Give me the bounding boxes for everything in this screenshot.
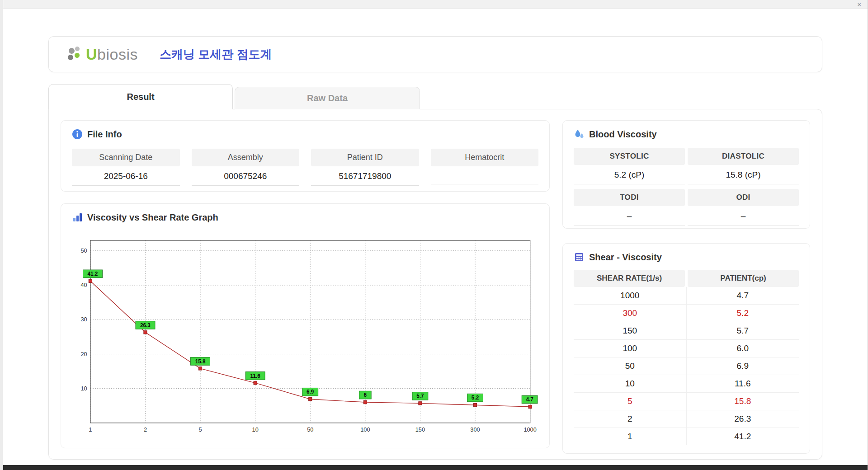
patient-value: 5.2 <box>687 305 799 322</box>
file-info-fields: Scanning Date 2025-06-16 Assembly 000675… <box>72 149 538 186</box>
shear-rate-column-header: SHEAR RATE(1/s) <box>574 270 685 287</box>
app-window: × Ubiosis 스캐닝 모세관 점도계 Result Raw Data <box>3 0 868 470</box>
shear-viscosity-row: 506.9 <box>574 357 799 375</box>
close-icon[interactable]: × <box>857 1 861 8</box>
field-value <box>431 166 539 184</box>
field-label: Patient ID <box>311 149 419 166</box>
tab-bar: Result Raw Data <box>48 84 822 109</box>
field-assembly: Assembly 000675246 <box>192 149 300 186</box>
patient-value: 4.7 <box>687 287 799 304</box>
svg-text:41.2: 41.2 <box>88 271 98 277</box>
shear-viscosity-row: 1011.6 <box>574 375 799 393</box>
patient-value: 6.0 <box>687 340 799 357</box>
svg-text:50: 50 <box>307 426 313 433</box>
svg-text:40: 40 <box>81 282 87 288</box>
field-label: Assembly <box>192 149 300 166</box>
bottom-bar <box>3 465 868 470</box>
svg-text:1: 1 <box>89 426 92 433</box>
svg-text:20: 20 <box>81 350 87 357</box>
page-title: 스캐닝 모세관 점도계 <box>160 47 272 62</box>
shear-viscosity-row: 515.8 <box>574 393 799 410</box>
graph-title: Viscosity vs Shear Rate Graph <box>87 212 218 223</box>
todi-header: TODI <box>574 189 685 206</box>
blood-viscosity-card: Blood Viscosity SYSTOLIC DIASTOLIC 5.2 (… <box>562 120 810 229</box>
field-value: 51671719800 <box>311 166 419 186</box>
svg-text:30: 30 <box>81 316 87 323</box>
shear-viscosity-card: Shear - Viscosity SHEAR RATE(1/s) PATIEN… <box>562 243 810 454</box>
bv-value-row: 5.2 (cP) 15.8 (cP) <box>574 165 799 184</box>
svg-text:2: 2 <box>144 426 147 433</box>
bv-header-row-2: TODI ODI <box>574 189 799 206</box>
logo-text: Ubiosis <box>86 46 138 63</box>
shear-rate-value: 300 <box>574 305 687 322</box>
odi-header: ODI <box>688 189 799 206</box>
titlebar: × <box>3 0 868 9</box>
sv-header-row: SHEAR RATE(1/s) PATIENT(cp) <box>574 270 799 287</box>
logo-letter-u: U <box>86 46 97 63</box>
bar-chart-icon <box>72 212 83 223</box>
shear-rate-value: 50 <box>574 357 687 375</box>
bv-value-row-2: – – <box>574 206 799 226</box>
field-label: Scanning Date <box>72 149 180 166</box>
shear-rate-value: 100 <box>574 340 687 357</box>
blood-viscosity-header: Blood Viscosity <box>574 129 799 140</box>
field-patient-id: Patient ID 51671719800 <box>311 149 419 186</box>
logo-dots-icon <box>68 47 83 62</box>
patient-value: 5.7 <box>687 322 799 339</box>
shear-rate-value: 2 <box>574 410 687 428</box>
patient-value: 41.2 <box>687 428 799 445</box>
shear-rate-value: 1 <box>574 428 687 445</box>
svg-text:100: 100 <box>360 426 370 433</box>
graph-header: Viscosity vs Shear Rate Graph <box>72 212 538 223</box>
shear-rate-value: 1000 <box>574 287 687 304</box>
svg-text:4.7: 4.7 <box>526 396 533 403</box>
droplet-icon <box>574 129 585 140</box>
svg-text:11.6: 11.6 <box>250 372 261 379</box>
ubiosis-logo: Ubiosis <box>68 46 138 63</box>
tab-result[interactable]: Result <box>48 84 233 109</box>
svg-text:10: 10 <box>81 385 87 392</box>
shear-rate-value: 150 <box>574 322 687 339</box>
graph-card: Viscosity vs Shear Rate Graph 1020304050… <box>61 203 550 448</box>
field-value: 000675246 <box>192 166 300 186</box>
todi-value: – <box>574 206 685 226</box>
patient-value: 15.8 <box>687 393 799 410</box>
systolic-header: SYSTOLIC <box>574 148 685 165</box>
systolic-value: 5.2 (cP) <box>574 165 685 184</box>
field-value: 2025-06-16 <box>72 166 180 186</box>
odi-value: – <box>688 206 799 226</box>
shear-viscosity-title: Shear - Viscosity <box>589 252 662 263</box>
shear-viscosity-row: 1006.0 <box>574 340 799 357</box>
left-column: File Info Scanning Date 2025-06-16 Assem… <box>61 120 550 448</box>
svg-text:5.7: 5.7 <box>416 393 424 399</box>
svg-text:50: 50 <box>81 247 87 254</box>
shear-viscosity-row: 10004.7 <box>574 287 799 305</box>
patient-column-header: PATIENT(cp) <box>688 270 799 287</box>
header-card: Ubiosis 스캐닝 모세관 점도계 <box>48 36 822 72</box>
sv-rows: 10004.73005.21505.71006.0506.91011.6515.… <box>574 287 799 445</box>
file-info-header: File Info <box>72 129 538 140</box>
shear-viscosity-row: 141.2 <box>574 428 799 445</box>
table-grid-icon <box>574 252 585 263</box>
patient-value: 11.6 <box>687 375 799 392</box>
shear-rate-value: 5 <box>574 393 687 410</box>
viscosity-chart-svg: 10203040501251050100150300100041.226.315… <box>72 227 538 440</box>
file-info-title: File Info <box>87 129 122 140</box>
shear-viscosity-row: 226.3 <box>574 410 799 428</box>
patient-value: 26.3 <box>687 410 799 428</box>
shear-viscosity-table: SHEAR RATE(1/s) PATIENT(cp) 10004.73005.… <box>574 270 799 445</box>
tab-raw-data[interactable]: Raw Data <box>235 87 420 109</box>
main-content: File Info Scanning Date 2025-06-16 Assem… <box>48 109 822 460</box>
logo-letters-rest: biosis <box>97 46 138 63</box>
right-column: Blood Viscosity SYSTOLIC DIASTOLIC 5.2 (… <box>562 120 810 448</box>
file-info-card: File Info Scanning Date 2025-06-16 Assem… <box>61 120 550 192</box>
svg-text:15.8: 15.8 <box>195 358 206 364</box>
shear-viscosity-row: 3005.2 <box>574 305 799 322</box>
svg-text:300: 300 <box>470 426 480 433</box>
field-hematocrit: Hematocrit <box>431 149 539 186</box>
page-container: Ubiosis 스캐닝 모세관 점도계 Result Raw Data <box>48 36 822 460</box>
shear-viscosity-header: Shear - Viscosity <box>574 252 799 263</box>
bv-header-row: SYSTOLIC DIASTOLIC <box>574 148 799 165</box>
diastolic-header: DIASTOLIC <box>688 148 799 165</box>
svg-text:6.9: 6.9 <box>307 389 314 395</box>
